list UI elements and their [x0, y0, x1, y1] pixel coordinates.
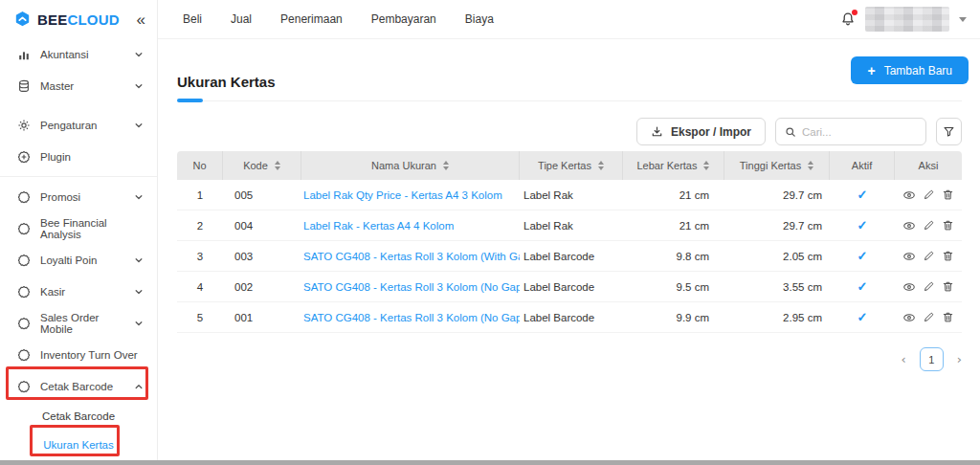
cell-tipe: Label Barcode [520, 251, 623, 262]
chevron-down-icon [134, 287, 144, 297]
sidebar-item-pengaturan[interactable]: Pengaturan [0, 109, 157, 141]
cell-tinggi: 2.95 cm [724, 312, 830, 323]
main-content: + Tambah Baru Ukuran Kertas Ekspor / Imp… [158, 39, 980, 465]
delete-trash-icon[interactable] [942, 280, 954, 294]
plugin-icon [17, 150, 31, 164]
edit-pencil-icon[interactable] [923, 219, 935, 232]
search-input[interactable] [802, 126, 907, 138]
cell-lebar: 9.9 cm [623, 312, 724, 323]
edit-pencil-icon[interactable] [923, 280, 935, 294]
sort-icon[interactable] [275, 161, 280, 170]
sort-icon[interactable] [598, 161, 604, 170]
col-header-kode[interactable]: Kode [223, 151, 301, 180]
sidebar-item-loyalti-poin[interactable]: Loyalti Poin [0, 244, 157, 276]
chevron-down-icon [134, 81, 144, 91]
tab-penerimaan[interactable]: Penerimaan [280, 12, 343, 26]
table-body: 1 005 Label Rak Qty Price - Kertas A4 3 … [177, 180, 962, 333]
notification-bell-icon[interactable] [840, 11, 856, 27]
user-account-redacted[interactable] [865, 7, 949, 32]
view-eye-icon[interactable] [902, 311, 916, 324]
tab-pembayaran[interactable]: Pembayaran [371, 12, 436, 26]
paper-size-table: No Kode Nama Ukuran Tipe Kertas Lebar Ke… [177, 151, 962, 333]
cell-nama-link[interactable]: Label Rak - Kertas A4 4 Kolom [301, 220, 520, 232]
cell-tinggi: 29.7 cm [724, 189, 830, 201]
cell-lebar: 21 cm [623, 220, 724, 232]
delete-trash-icon[interactable] [942, 311, 954, 324]
badge-icon [17, 317, 31, 330]
download-icon [651, 125, 663, 138]
ekspor-impor-button[interactable]: Ekspor / Impor [636, 118, 766, 145]
col-header-tinggi-kertas[interactable]: Tinggi Kertas [724, 151, 830, 180]
beecloud-logo-icon [14, 11, 31, 28]
cell-tinggi: 2.05 cm [724, 251, 830, 262]
col-header-aktif: Aktif [830, 151, 895, 180]
active-tab-indicator [177, 99, 203, 102]
chevron-down-icon [134, 121, 144, 130]
funnel-icon [943, 125, 955, 138]
edit-pencil-icon[interactable] [923, 311, 935, 324]
sidebar-subitem-ukuran-kertas[interactable]: Ukuran Kertas [0, 431, 157, 459]
delete-trash-icon[interactable] [942, 219, 954, 232]
prev-page-icon[interactable]: ‹ [902, 352, 906, 366]
table-row: 1 005 Label Rak Qty Price - Kertas A4 3 … [177, 180, 962, 210]
top-navigation: Beli Jual Penerimaan Pembayaran Biaya [183, 12, 494, 26]
col-header-lebar-kertas[interactable]: Lebar Kertas [623, 151, 724, 180]
table-header: No Kode Nama Ukuran Tipe Kertas Lebar Ke… [177, 151, 962, 180]
delete-trash-icon[interactable] [942, 188, 954, 202]
view-eye-icon[interactable] [902, 219, 916, 232]
badge-icon [17, 222, 31, 235]
tab-biaya[interactable]: Biaya [465, 12, 494, 26]
pagination: ‹ 1 › [902, 347, 962, 371]
table-row: 3 003 SATO CG408 - Kertas Roll 3 Kolom (… [177, 241, 962, 272]
sidebar-item-promosi[interactable]: Promosi [0, 181, 157, 212]
col-header-nama-ukuran[interactable]: Nama Ukuran [301, 151, 520, 180]
active-check-icon: ✓ [830, 279, 895, 294]
delete-trash-icon[interactable] [942, 250, 954, 263]
sidebar-item-inventory-turn-over[interactable]: Inventory Turn Over [0, 339, 157, 370]
next-page-icon[interactable]: › [957, 352, 962, 366]
cell-kode: 005 [223, 189, 301, 201]
sort-icon[interactable] [703, 161, 709, 170]
chevron-down-icon [134, 255, 144, 265]
sort-icon[interactable] [808, 161, 813, 170]
edit-pencil-icon[interactable] [923, 188, 935, 202]
chevron-up-icon [134, 382, 144, 391]
view-eye-icon[interactable] [902, 188, 916, 202]
filter-button[interactable] [936, 118, 962, 145]
sidebar-subitem-cetak-barcode[interactable]: Cetak Barcode [0, 402, 157, 431]
view-eye-icon[interactable] [902, 280, 916, 294]
tab-jual[interactable]: Jual [231, 12, 252, 26]
page-number-button[interactable]: 1 [920, 347, 944, 371]
edit-pencil-icon[interactable] [923, 250, 935, 263]
cell-no: 3 [177, 251, 223, 262]
col-header-tipe-kertas[interactable]: Tipe Kertas [520, 151, 623, 180]
cell-nama-link[interactable]: SATO CG408 - Kertas Roll 3 Kolom (No Gap… [301, 312, 520, 323]
cell-nama-link[interactable]: SATO CG408 - Kertas Roll 3 Kolom (With G… [301, 251, 520, 262]
logo[interactable]: BEECLOUD « [0, 0, 157, 38]
horizontal-scrollbar[interactable] [0, 460, 980, 465]
cell-tipe: Label Rak [520, 189, 623, 201]
sidebar-item-akuntansi[interactable]: Akuntansi [0, 38, 157, 70]
sidebar-collapse-icon[interactable]: « [137, 11, 145, 28]
sidebar-item-master[interactable]: Master [0, 70, 157, 101]
brand-name: BEECLOUD [37, 11, 120, 28]
sidebar-item-bee-financial-analysis[interactable]: Bee Financial Analysis [0, 212, 157, 244]
view-eye-icon[interactable] [902, 250, 916, 263]
sidebar-item-kasir[interactable]: Kasir [0, 276, 157, 307]
sidebar-item-plugin[interactable]: Plugin [0, 141, 157, 172]
sort-icon[interactable] [443, 161, 449, 170]
cell-nama-link[interactable]: SATO CG408 - Kertas Roll 3 Kolom (No Gap… [301, 281, 520, 293]
sidebar-item-sales-order-mobile[interactable]: Sales Order Mobile [0, 307, 157, 339]
cell-no: 4 [177, 281, 223, 293]
sidebar-item-cetak-barcode[interactable]: Cetak Barcode [0, 370, 157, 402]
tab-beli[interactable]: Beli [183, 12, 202, 26]
cell-kode: 002 [223, 281, 301, 293]
cell-kode: 003 [223, 251, 301, 262]
bar-chart-icon [17, 48, 31, 61]
cell-nama-link[interactable]: Label Rak Qty Price - Kertas A4 3 Kolom [301, 189, 520, 201]
tambah-baru-button[interactable]: + Tambah Baru [851, 56, 969, 84]
table-row: 4 002 SATO CG408 - Kertas Roll 3 Kolom (… [177, 272, 962, 302]
user-menu-caret-icon[interactable] [959, 17, 967, 22]
badge-icon [17, 348, 31, 362]
search-icon [785, 126, 796, 138]
